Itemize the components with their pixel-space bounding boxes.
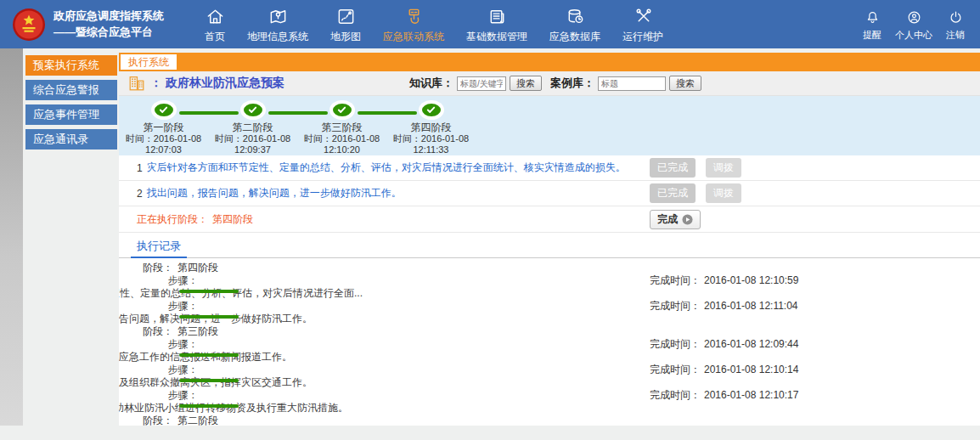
knowledge-base-label: 知识库： (409, 76, 453, 91)
record-step-row: 步骤：进行抗洪救灾及组织群众撤离灾区，指挥灾区交通工作。完成时间：2016-01… (119, 364, 208, 389)
sidebar-item-label: 预案执行系统 (33, 58, 99, 73)
nav-item-maintenance[interactable]: 运行维护 (611, 0, 674, 49)
knowledge-search-input[interactable] (457, 76, 506, 91)
stage-time-value: 12:11:33 (413, 144, 448, 155)
completion-time-label: 完成时间： (650, 364, 701, 375)
app-title: 政府应急调度指挥系统 ——暨综合应急平台 (54, 8, 164, 39)
stage-date: 时间：2016-01-08 (126, 133, 201, 144)
allocate-button[interactable]: 调拨 (706, 158, 741, 178)
execution-record-list: 阶段：第四阶段步骤：灾后针对各方面和环节定性、定量的总结、分析、评估，对灾后情况… (119, 258, 980, 426)
record-step-text: 灾后针对各方面和环节定性、定量的总结、分析、评估，对灾后情况进行全面... (119, 287, 363, 300)
tab-execution-system[interactable]: 执行系统 (121, 54, 177, 70)
finish-button-label: 完成 (657, 212, 678, 227)
sidebar-item-label: 应急事件管理 (33, 107, 99, 122)
stage-step-4: 第四阶段时间：2016-01-0812:11:33 (386, 96, 476, 155)
nav-item-home[interactable]: 首页 (194, 0, 236, 49)
allocate-button[interactable]: 调拨 (706, 183, 741, 203)
building-icon (127, 74, 146, 93)
task-list: 1灾后针对各方面和环节定性、定量的总结、分析、评估，对灾后情况进行全面统计、核实… (119, 155, 980, 206)
record-completion-time: 完成时间：2016-01-08 12:10:17 (650, 389, 798, 402)
nav-item-label: 应急联动系统 (383, 30, 444, 44)
sidebar-item-plan-execution[interactable]: 预案执行系统 (25, 55, 117, 76)
sidebar-item-label: 应急通讯录 (33, 132, 88, 147)
record-step-row: 步骤：开展防洪应急工作的信息报送和新闻报道工作。完成时间：2016-01-08 … (119, 338, 208, 364)
plan-header-row: ： 政府林业防汛应急预案 知识库： 搜索 案例库： 搜索 (119, 71, 980, 96)
record-completion-time: 完成时间：2016-01-08 12:11:04 (650, 300, 798, 313)
completed-button[interactable]: 已完成 (650, 158, 696, 178)
task-row: 2找出问题，报告问题，解决问题，进一步做好防汛工作。已完成调拨 (119, 181, 980, 206)
national-emblem-logo (12, 8, 46, 42)
user-icon (906, 9, 922, 26)
search-area: 知识库： 搜索 案例库： 搜索 (409, 76, 701, 91)
record-step-text: 其他部门根据需要协助林业防汛小组进行转移物资及执行重大防汛措施。 (119, 402, 348, 415)
completed-button[interactable]: 已完成 (650, 183, 696, 203)
record-step-row: 步骤：其他部门根据需要协助林业防汛小组进行转移物资及执行重大防汛措施。完成时间：… (119, 389, 208, 415)
sidebar-item-emergency-alert[interactable]: 综合应急警报 (25, 80, 117, 100)
action-label: 个人中心 (895, 29, 932, 42)
sidebar-item-label: 综合应急警报 (33, 82, 99, 98)
top-bar: 政府应急调度指挥系统 ——暨综合应急平台 首页地理信息系统地形图应急联动系统基础… (0, 0, 980, 48)
completion-time-label: 完成时间： (650, 274, 701, 286)
stage-name: 第三阶段 (322, 122, 363, 133)
record-stage-name: 第二阶段 (177, 415, 218, 426)
case-base-label: 案例库： (550, 76, 594, 91)
stage-date-value: 2016-01-08 (243, 133, 290, 144)
completion-time-value: 2016-01-08 12:10:59 (704, 274, 798, 286)
user-actions: 提醒个人中心注销 (859, 3, 968, 47)
gis-map-icon (268, 7, 288, 27)
nav-item-label: 应急数据库 (549, 30, 600, 44)
action-personal-center[interactable]: 个人中心 (892, 3, 936, 47)
nav-item-terrain-map[interactable]: 地形图 (319, 0, 372, 49)
sidebar-menu: 预案执行系统综合应急警报应急事件管理应急通讯录 (0, 53, 119, 149)
emergency-linkage-icon (404, 7, 424, 27)
record-stage-label: 阶段： (143, 325, 173, 337)
record-step-label: 步骤： (168, 364, 199, 376)
bell-icon (865, 9, 881, 26)
record-stage-row: 阶段：第三阶段 (119, 325, 980, 338)
nav-item-basic-data[interactable]: 基础数据管理 (455, 0, 538, 49)
stage-date-value: 2016-01-08 (421, 133, 469, 144)
home-icon (206, 7, 225, 27)
case-search-input[interactable] (598, 76, 666, 91)
brand: 政府应急调度指挥系统 ——暨综合应急平台 (12, 8, 192, 42)
page-body: 预案执行系统综合应急警报应急事件管理应急通讯录 执行系统 ： 政府林业防汛应急预… (0, 48, 980, 426)
execution-record-title: 执行记录 (131, 238, 187, 258)
stage-step-3: 第三阶段时间：2016-01-0812:10:20 (297, 96, 386, 155)
sidebar-item-event-management[interactable]: 应急事件管理 (25, 104, 117, 125)
finish-button[interactable]: 完成 (650, 210, 701, 229)
action-logout[interactable]: 注销 (943, 3, 968, 47)
current-stage-row: 正在执行阶段： 第四阶段 完成 (119, 206, 980, 233)
record-stage-label: 阶段： (143, 262, 173, 274)
nav-item-emergency-database[interactable]: 应急数据库 (538, 0, 611, 49)
basic-data-icon (487, 7, 507, 27)
task-description: 灾后针对各方面和环节定性、定量的总结、分析、评估，对灾后情况进行全面统计、核实灾… (147, 161, 626, 175)
current-stage-value: 第四阶段 (212, 212, 253, 227)
nav-item-gis[interactable]: 地理信息系统 (236, 0, 319, 49)
stage-complete-check-icon (155, 104, 173, 116)
task-buttons: 已完成调拨 (650, 158, 741, 178)
nav-item-label: 地理信息系统 (247, 30, 308, 44)
record-stage-label: 阶段： (143, 415, 173, 426)
stage-time-value: 12:09:37 (234, 144, 271, 155)
record-stage-row: 阶段：第二阶段 (119, 415, 980, 426)
emergency-database-icon (566, 7, 585, 27)
stage-complete-check-icon (244, 104, 262, 116)
record-step-label: 步骤： (168, 338, 199, 351)
record-step-label: 步骤： (168, 389, 199, 402)
stage-date-value: 2016-01-08 (332, 133, 380, 144)
nav-item-emergency-linkage[interactable]: 应急联动系统 (372, 0, 455, 49)
stage-date: 时间：2016-01-08 (393, 133, 469, 144)
stage-complete-check-icon (333, 104, 352, 116)
play-icon (682, 214, 693, 225)
record-completion-time: 完成时间：2016-01-08 12:09:44 (650, 338, 798, 351)
record-step-text: 找出问题，报告问题，解决问题，进一步做好防汛工作。 (119, 313, 313, 325)
nav-item-label: 基础数据管理 (466, 30, 527, 44)
sidebar-item-contacts[interactable]: 应急通讯录 (25, 129, 117, 149)
task-buttons: 已完成调拨 (650, 183, 741, 203)
stage-name: 第一阶段 (144, 122, 184, 133)
stage-date: 时间：2016-01-08 (304, 133, 380, 144)
case-search-button[interactable]: 搜索 (669, 76, 701, 91)
action-reminder[interactable]: 提醒 (859, 3, 885, 47)
knowledge-search-button[interactable]: 搜索 (510, 76, 542, 91)
stage-time-label: 时间： (393, 133, 421, 144)
